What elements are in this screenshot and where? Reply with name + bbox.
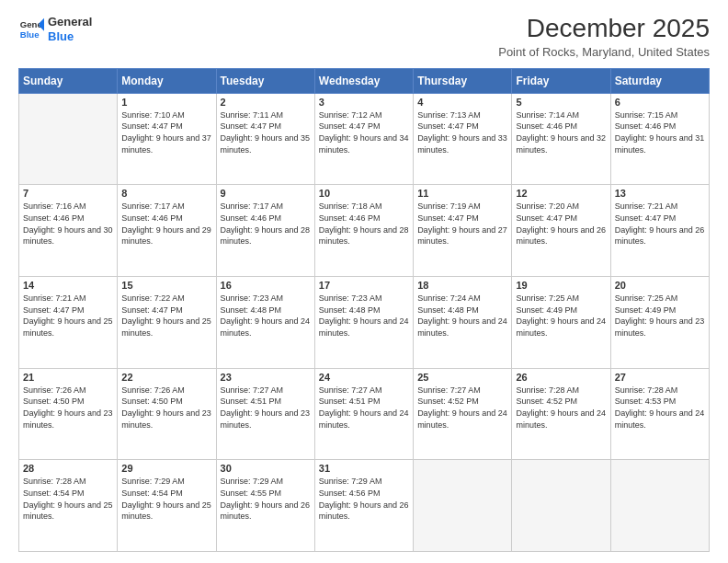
day-number: 4 xyxy=(417,97,507,108)
header-row: SundayMondayTuesdayWednesdayThursdayFrid… xyxy=(19,68,710,93)
day-cell xyxy=(512,460,610,552)
day-info: Sunrise: 7:27 AMSunset: 4:51 PMDaylight:… xyxy=(221,385,311,431)
week-row-4: 21Sunrise: 7:26 AMSunset: 4:50 PMDayligh… xyxy=(19,368,710,460)
day-cell xyxy=(610,460,709,552)
day-number: 18 xyxy=(417,280,507,291)
subtitle: Point of Rocks, Maryland, United States xyxy=(498,45,710,59)
logo-icon: General Blue xyxy=(18,17,44,42)
day-number: 20 xyxy=(615,280,705,291)
day-number: 2 xyxy=(221,97,311,108)
day-info: Sunrise: 7:19 AMSunset: 4:47 PMDaylight:… xyxy=(417,201,507,247)
day-cell: 14Sunrise: 7:21 AMSunset: 4:47 PMDayligh… xyxy=(19,277,118,369)
logo-text: General Blue xyxy=(48,15,92,43)
day-info: Sunrise: 7:29 AMSunset: 4:55 PMDaylight:… xyxy=(221,476,311,522)
logo-line1: General xyxy=(48,15,92,29)
calendar-table: SundayMondayTuesdayWednesdayThursdayFrid… xyxy=(18,68,710,552)
day-info: Sunrise: 7:20 AMSunset: 4:47 PMDaylight:… xyxy=(516,201,606,247)
day-cell: 13Sunrise: 7:21 AMSunset: 4:47 PMDayligh… xyxy=(610,185,709,277)
day-cell xyxy=(19,93,118,185)
day-cell: 21Sunrise: 7:26 AMSunset: 4:50 PMDayligh… xyxy=(19,368,118,460)
day-cell: 20Sunrise: 7:25 AMSunset: 4:49 PMDayligh… xyxy=(610,277,709,369)
calendar-header: SundayMondayTuesdayWednesdayThursdayFrid… xyxy=(19,68,710,93)
header-cell-friday: Friday xyxy=(512,68,610,93)
main-title: December 2025 xyxy=(498,15,710,43)
day-number: 27 xyxy=(615,372,705,383)
day-cell: 16Sunrise: 7:23 AMSunset: 4:48 PMDayligh… xyxy=(216,277,314,369)
day-cell: 17Sunrise: 7:23 AMSunset: 4:48 PMDayligh… xyxy=(314,277,413,369)
header-cell-thursday: Thursday xyxy=(414,68,512,93)
calendar-body: 1Sunrise: 7:10 AMSunset: 4:47 PMDaylight… xyxy=(19,93,710,551)
day-number: 15 xyxy=(121,280,211,291)
logo-line2: Blue xyxy=(48,29,92,44)
day-info: Sunrise: 7:21 AMSunset: 4:47 PMDaylight:… xyxy=(615,201,705,247)
day-number: 19 xyxy=(516,280,606,291)
day-cell: 10Sunrise: 7:18 AMSunset: 4:46 PMDayligh… xyxy=(314,185,413,277)
day-number: 7 xyxy=(23,188,113,199)
day-info: Sunrise: 7:18 AMSunset: 4:46 PMDaylight:… xyxy=(319,201,409,247)
day-cell: 5Sunrise: 7:14 AMSunset: 4:46 PMDaylight… xyxy=(512,93,610,185)
day-cell: 27Sunrise: 7:28 AMSunset: 4:53 PMDayligh… xyxy=(610,368,709,460)
day-number: 5 xyxy=(516,97,606,108)
logo: General Blue General Blue xyxy=(18,15,92,43)
day-info: Sunrise: 7:16 AMSunset: 4:46 PMDaylight:… xyxy=(23,201,113,247)
page: General Blue General Blue December 2025 … xyxy=(0,0,728,563)
day-number: 29 xyxy=(121,463,211,474)
day-cell: 9Sunrise: 7:17 AMSunset: 4:46 PMDaylight… xyxy=(216,185,314,277)
day-info: Sunrise: 7:21 AMSunset: 4:47 PMDaylight:… xyxy=(23,293,113,339)
day-cell: 26Sunrise: 7:28 AMSunset: 4:52 PMDayligh… xyxy=(512,368,610,460)
day-number: 21 xyxy=(23,372,113,383)
day-number: 28 xyxy=(23,463,113,474)
day-info: Sunrise: 7:27 AMSunset: 4:52 PMDaylight:… xyxy=(417,385,507,431)
day-number: 16 xyxy=(221,280,311,291)
day-info: Sunrise: 7:25 AMSunset: 4:49 PMDaylight:… xyxy=(615,293,705,339)
day-number: 10 xyxy=(319,188,409,199)
day-cell: 8Sunrise: 7:17 AMSunset: 4:46 PMDaylight… xyxy=(118,185,216,277)
day-number: 17 xyxy=(319,280,409,291)
day-number: 30 xyxy=(221,463,311,474)
week-row-1: 1Sunrise: 7:10 AMSunset: 4:47 PMDaylight… xyxy=(19,93,710,185)
week-row-5: 28Sunrise: 7:28 AMSunset: 4:54 PMDayligh… xyxy=(19,460,710,552)
day-info: Sunrise: 7:29 AMSunset: 4:54 PMDaylight:… xyxy=(121,476,211,522)
day-number: 14 xyxy=(23,280,113,291)
day-info: Sunrise: 7:26 AMSunset: 4:50 PMDaylight:… xyxy=(23,385,113,431)
day-cell: 11Sunrise: 7:19 AMSunset: 4:47 PMDayligh… xyxy=(414,185,512,277)
day-info: Sunrise: 7:28 AMSunset: 4:52 PMDaylight:… xyxy=(516,385,606,431)
week-row-2: 7Sunrise: 7:16 AMSunset: 4:46 PMDaylight… xyxy=(19,185,710,277)
day-info: Sunrise: 7:25 AMSunset: 4:49 PMDaylight:… xyxy=(516,293,606,339)
header-cell-wednesday: Wednesday xyxy=(314,68,413,93)
day-cell: 2Sunrise: 7:11 AMSunset: 4:47 PMDaylight… xyxy=(216,93,314,185)
day-cell: 30Sunrise: 7:29 AMSunset: 4:55 PMDayligh… xyxy=(216,460,314,552)
day-info: Sunrise: 7:23 AMSunset: 4:48 PMDaylight:… xyxy=(319,293,409,339)
day-number: 25 xyxy=(417,372,507,383)
day-cell: 3Sunrise: 7:12 AMSunset: 4:47 PMDaylight… xyxy=(314,93,413,185)
header-cell-sunday: Sunday xyxy=(19,68,118,93)
day-cell: 18Sunrise: 7:24 AMSunset: 4:48 PMDayligh… xyxy=(414,277,512,369)
day-number: 6 xyxy=(615,97,705,108)
day-info: Sunrise: 7:13 AMSunset: 4:47 PMDaylight:… xyxy=(417,109,507,155)
day-cell: 25Sunrise: 7:27 AMSunset: 4:52 PMDayligh… xyxy=(414,368,512,460)
svg-text:Blue: Blue xyxy=(20,29,40,39)
day-number: 1 xyxy=(121,97,211,108)
day-number: 9 xyxy=(221,188,311,199)
day-info: Sunrise: 7:17 AMSunset: 4:46 PMDaylight:… xyxy=(121,201,211,247)
day-cell: 12Sunrise: 7:20 AMSunset: 4:47 PMDayligh… xyxy=(512,185,610,277)
day-info: Sunrise: 7:10 AMSunset: 4:47 PMDaylight:… xyxy=(121,109,211,155)
day-number: 22 xyxy=(121,372,211,383)
header-cell-saturday: Saturday xyxy=(610,68,709,93)
week-row-3: 14Sunrise: 7:21 AMSunset: 4:47 PMDayligh… xyxy=(19,277,710,369)
day-cell: 6Sunrise: 7:15 AMSunset: 4:46 PMDaylight… xyxy=(610,93,709,185)
day-info: Sunrise: 7:12 AMSunset: 4:47 PMDaylight:… xyxy=(319,109,409,155)
day-info: Sunrise: 7:29 AMSunset: 4:56 PMDaylight:… xyxy=(319,476,409,522)
day-cell: 19Sunrise: 7:25 AMSunset: 4:49 PMDayligh… xyxy=(512,277,610,369)
day-cell: 4Sunrise: 7:13 AMSunset: 4:47 PMDaylight… xyxy=(414,93,512,185)
day-info: Sunrise: 7:23 AMSunset: 4:48 PMDaylight:… xyxy=(221,293,311,339)
day-number: 24 xyxy=(319,372,409,383)
day-number: 3 xyxy=(319,97,409,108)
day-cell: 31Sunrise: 7:29 AMSunset: 4:56 PMDayligh… xyxy=(314,460,413,552)
day-info: Sunrise: 7:24 AMSunset: 4:48 PMDaylight:… xyxy=(417,293,507,339)
day-info: Sunrise: 7:17 AMSunset: 4:46 PMDaylight:… xyxy=(221,201,311,247)
header-cell-monday: Monday xyxy=(118,68,216,93)
day-info: Sunrise: 7:28 AMSunset: 4:54 PMDaylight:… xyxy=(23,476,113,522)
day-cell: 23Sunrise: 7:27 AMSunset: 4:51 PMDayligh… xyxy=(216,368,314,460)
day-info: Sunrise: 7:14 AMSunset: 4:46 PMDaylight:… xyxy=(516,109,606,155)
